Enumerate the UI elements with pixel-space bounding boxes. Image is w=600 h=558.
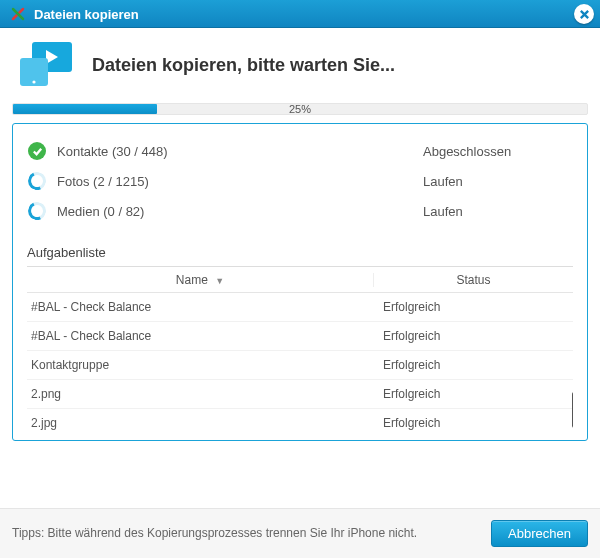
svg-point-3 (32, 80, 35, 83)
check-circle-icon (27, 141, 47, 161)
task-row[interactable]: KontaktgruppeErfolgreich (27, 351, 573, 380)
sort-desc-icon: ▼ (215, 276, 224, 286)
task-row[interactable]: 2.pngErfolgreich (27, 380, 573, 409)
category-row: Kontakte (30 / 448)Abgeschlossen (27, 136, 573, 166)
window-title: Dateien kopieren (34, 7, 574, 22)
tips-text: Tipps: Bitte während des Kopierungsproze… (12, 525, 491, 541)
task-name: #BAL - Check Balance (27, 300, 373, 314)
category-name: Kontakte (30 / 448) (57, 144, 423, 159)
dialog-window: Dateien kopieren Dateien kopieren, bitte… (0, 0, 600, 558)
task-header: Name ▼ Status (27, 267, 573, 293)
heading: Dateien kopieren, bitte warten Sie... (92, 55, 395, 76)
task-name: 2.png (27, 387, 373, 401)
progress-bar: 25% (12, 103, 588, 115)
category-name: Medien (0 / 82) (57, 204, 423, 219)
spinner-icon (27, 201, 47, 221)
task-row[interactable]: #BAL - Check BalanceErfolgreich (27, 293, 573, 322)
progress-label: 25% (13, 102, 587, 116)
task-list-title: Aufgabenliste (27, 245, 573, 267)
category-list: Kontakte (30 / 448)AbgeschlossenFotos (2… (27, 136, 573, 226)
column-divider (373, 277, 374, 283)
content-area: Dateien kopieren, bitte warten Sie... 25… (0, 28, 600, 441)
task-row[interactable]: #BAL - Check BalanceErfolgreich (27, 322, 573, 351)
status-panel: Kontakte (30 / 448)AbgeschlossenFotos (2… (12, 123, 588, 441)
scrollbar-thumb[interactable] (572, 392, 573, 428)
devices-icon (18, 40, 74, 91)
cancel-button[interactable]: Abbrechen (491, 520, 588, 547)
close-button[interactable] (574, 4, 594, 24)
task-row[interactable]: 2.jpgErfolgreich (27, 409, 573, 430)
task-area: Aufgabenliste Name ▼ Status #BAL - Check… (27, 244, 573, 430)
category-row: Medien (0 / 82)Laufen (27, 196, 573, 226)
category-status: Laufen (423, 174, 573, 189)
task-status: Erfolgreich (373, 358, 573, 372)
footer: Tipps: Bitte während des Kopierungsproze… (0, 508, 600, 558)
header-row: Dateien kopieren, bitte warten Sie... (12, 36, 588, 103)
category-name: Fotos (2 / 1215) (57, 174, 423, 189)
column-name[interactable]: Name ▼ (27, 273, 373, 287)
category-status: Laufen (423, 204, 573, 219)
column-status[interactable]: Status (373, 273, 573, 287)
task-status: Erfolgreich (373, 329, 573, 343)
task-name: Kontaktgruppe (27, 358, 373, 372)
task-status: Erfolgreich (373, 387, 573, 401)
task-name: #BAL - Check Balance (27, 329, 373, 343)
close-icon (579, 9, 590, 20)
column-status-label: Status (456, 273, 490, 287)
task-body[interactable]: #BAL - Check BalanceErfolgreich#BAL - Ch… (27, 293, 573, 430)
task-status: Erfolgreich (373, 300, 573, 314)
titlebar: Dateien kopieren (0, 0, 600, 28)
task-name: 2.jpg (27, 416, 373, 430)
app-icon (10, 6, 26, 22)
category-status: Abgeschlossen (423, 144, 573, 159)
category-row: Fotos (2 / 1215)Laufen (27, 166, 573, 196)
spinner-icon (27, 171, 47, 191)
column-name-label: Name (176, 273, 208, 287)
task-status: Erfolgreich (373, 416, 573, 430)
